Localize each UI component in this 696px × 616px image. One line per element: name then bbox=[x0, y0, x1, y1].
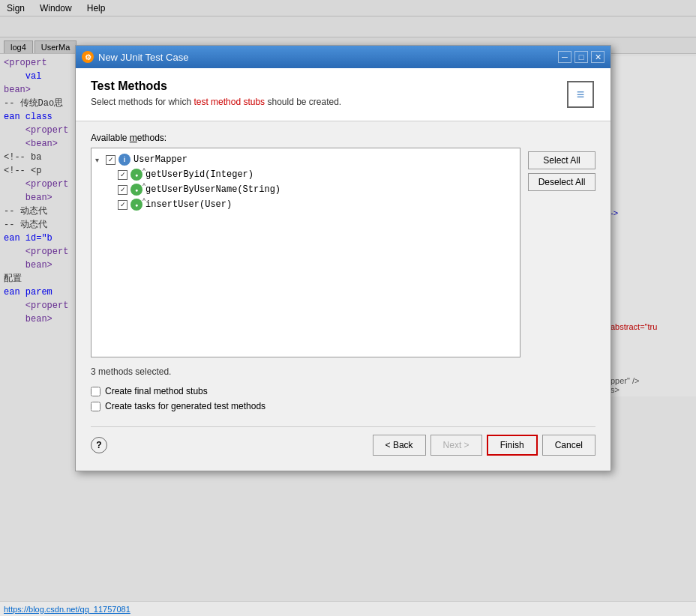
tree-chevron-icon: ▾ bbox=[95, 156, 103, 164]
create-final-stubs-checkbox[interactable] bbox=[91, 387, 100, 396]
create-tasks-label: Create tasks for generated test methods bbox=[105, 401, 266, 411]
dialog-icon: ⚙ bbox=[82, 51, 94, 63]
methods-container: ▾ i UserMapper ● ^ getUserByid(Integer) bbox=[91, 148, 596, 357]
footer-buttons: < Back Next > Finish Cancel bbox=[373, 435, 596, 456]
dialog-header-icon-area: ≡ bbox=[566, 79, 596, 109]
dialog-title-controls: ─ □ ✕ bbox=[558, 51, 604, 63]
deselect-all-button[interactable]: Deselect All bbox=[528, 173, 596, 191]
close-button[interactable]: ✕ bbox=[591, 51, 604, 63]
option-item-1: Create final method stubs bbox=[91, 386, 596, 396]
tree-method-label-2[interactable]: getUserByUserName(String) bbox=[146, 184, 280, 195]
dialog-section-title: Test Methods bbox=[91, 79, 341, 93]
new-junit-dialog: ⚙ New JUnit Test Case ─ □ ✕ Test Methods… bbox=[75, 45, 611, 471]
status-url[interactable]: https://blog.csdn.net/qq_11757081 bbox=[4, 605, 130, 614]
dialog-title-text: New JUnit Test Case bbox=[98, 52, 188, 63]
tree-method-label-3[interactable]: insertUser(User) bbox=[146, 199, 232, 210]
class-icon: i bbox=[118, 154, 130, 166]
option-item-2: Create tasks for generated test methods bbox=[91, 401, 596, 411]
dialog-footer: ? < Back Next > Finish Cancel bbox=[91, 426, 596, 459]
methods-tree[interactable]: ▾ i UserMapper ● ^ getUserByid(Integer) bbox=[91, 148, 520, 357]
create-tasks-checkbox[interactable] bbox=[91, 402, 100, 411]
maximize-button[interactable]: □ bbox=[574, 51, 588, 63]
help-button[interactable]: ? bbox=[91, 437, 107, 453]
minimize-button[interactable]: ─ bbox=[558, 51, 572, 63]
tree-method-checkbox-3[interactable] bbox=[118, 200, 128, 210]
dialog-body: Test Methods Select methods for which te… bbox=[76, 68, 610, 471]
tree-method-item-3[interactable]: ● ^ insertUser(User) bbox=[95, 197, 516, 212]
tree-method-checkbox-2[interactable] bbox=[118, 185, 128, 195]
back-button[interactable]: < Back bbox=[373, 435, 426, 456]
tree-method-item-2[interactable]: ● ^ getUserByUserName(String) bbox=[95, 182, 516, 197]
dialog-title-left: ⚙ New JUnit Test Case bbox=[82, 51, 188, 63]
available-methods-label: Available methods: bbox=[91, 133, 596, 143]
tree-method-item-1[interactable]: ● ^ getUserByid(Integer) bbox=[95, 167, 516, 182]
cancel-button[interactable]: Cancel bbox=[542, 435, 596, 456]
finish-button[interactable]: Finish bbox=[487, 435, 538, 456]
select-all-button[interactable]: Select All bbox=[528, 151, 596, 169]
footer-left: ? bbox=[91, 437, 107, 453]
options-section: Create final method stubs Create tasks f… bbox=[91, 386, 596, 411]
method-icon-3: ● ^ bbox=[130, 199, 142, 211]
create-final-stubs-label: Create final method stubs bbox=[105, 386, 208, 396]
tree-side-buttons: Select All Deselect All bbox=[528, 148, 596, 357]
method-icon-2: ● ^ bbox=[130, 184, 142, 196]
method-icon-1: ● ^ bbox=[130, 169, 142, 181]
eclipse-status-bar: https://blog.csdn.net/qq_11757081 bbox=[0, 601, 696, 616]
dialog-titlebar: ⚙ New JUnit Test Case ─ □ ✕ bbox=[76, 46, 610, 68]
dialog-header-text: Test Methods Select methods for which te… bbox=[91, 79, 341, 107]
java-icon: ≡ bbox=[567, 81, 594, 108]
tree-root-item[interactable]: ▾ i UserMapper bbox=[95, 152, 516, 167]
tree-root-label[interactable]: UserMapper bbox=[134, 154, 188, 165]
dialog-header-section: Test Methods Select methods for which te… bbox=[76, 68, 610, 121]
dialog-section-description: Select methods for which test method stu… bbox=[91, 97, 341, 107]
selection-status: 3 methods selected. bbox=[91, 366, 596, 377]
tree-method-checkbox-1[interactable] bbox=[118, 170, 128, 180]
tree-method-label-1[interactable]: getUserByid(Integer) bbox=[146, 169, 254, 180]
next-button[interactable]: Next > bbox=[430, 435, 482, 456]
tree-root-checkbox[interactable] bbox=[106, 155, 116, 165]
